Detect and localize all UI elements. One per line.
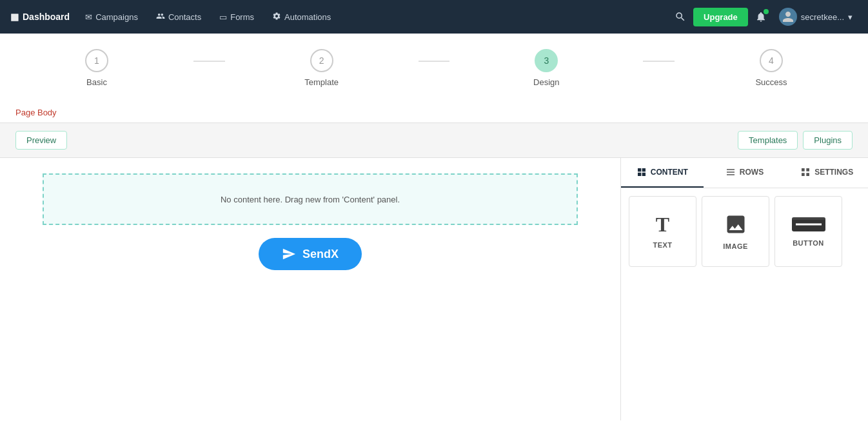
svg-rect-2 xyxy=(792,217,825,220)
step-2-label: Template xyxy=(304,77,339,87)
right-panel: CONTENT ROWS SETTINGS T TEXT xyxy=(620,158,868,420)
notifications-button[interactable] xyxy=(751,6,771,27)
stepper-line-3 xyxy=(643,61,675,62)
image-icon xyxy=(724,213,747,236)
page-body-label: Page Body xyxy=(0,97,868,122)
sendx-logo-area: SendX xyxy=(43,238,578,270)
stepper-line-2 xyxy=(419,61,450,62)
main-area: No content here. Drag new from 'Content'… xyxy=(0,158,868,420)
tab-content-label: CONTENT xyxy=(651,168,688,177)
avatar xyxy=(779,8,797,26)
content-card-button[interactable]: BUTTON xyxy=(774,196,842,267)
step-2-circle: 2 xyxy=(310,49,333,72)
user-chevron-icon: ▾ xyxy=(848,12,853,22)
tab-settings-label: SETTINGS xyxy=(814,168,853,177)
top-navigation: ▦ Dashboard ✉ Campaigns Contacts ▭ Forms… xyxy=(0,0,868,34)
step-2: 2 Template xyxy=(225,49,419,87)
contacts-icon xyxy=(156,12,165,23)
brand-icon: ▦ xyxy=(10,12,19,22)
stepper: 1 Basic 2 Template 3 Design 4 Success xyxy=(0,34,868,97)
nav-forms[interactable]: ▭ Forms xyxy=(212,8,262,26)
step-1-circle: 1 xyxy=(85,49,108,72)
step-4: 4 Success xyxy=(675,49,868,87)
nav-automations[interactable]: Automations xyxy=(264,8,339,26)
text-icon: T xyxy=(656,214,669,235)
step-3: 3 Design xyxy=(449,49,643,87)
search-button[interactable] xyxy=(670,6,691,27)
sendx-label: SendX xyxy=(302,248,339,261)
panel-tabs: CONTENT ROWS SETTINGS xyxy=(621,158,868,188)
campaigns-icon: ✉ xyxy=(85,12,92,22)
button-icon xyxy=(792,216,825,233)
automations-icon xyxy=(272,12,281,23)
tab-content[interactable]: CONTENT xyxy=(621,158,704,188)
brand-label: Dashboard xyxy=(23,12,70,22)
text-label: TEXT xyxy=(653,241,672,249)
step-4-circle: 4 xyxy=(760,49,783,72)
drop-zone[interactable]: No content here. Drag new from 'Content'… xyxy=(43,173,578,225)
drop-message: No content here. Drag new from 'Content'… xyxy=(221,195,400,204)
notification-badge xyxy=(764,9,769,14)
nav-campaigns[interactable]: ✉ Campaigns xyxy=(77,8,146,26)
canvas-area: No content here. Drag new from 'Content'… xyxy=(0,158,620,420)
tab-settings[interactable]: SETTINGS xyxy=(785,158,868,188)
step-3-label: Design xyxy=(533,77,559,87)
templates-button[interactable]: Templates xyxy=(738,131,798,150)
step-1: 1 Basic xyxy=(0,49,193,87)
step-3-circle: 3 xyxy=(535,49,558,72)
tab-rows-label: ROWS xyxy=(740,168,764,177)
plugins-button[interactable]: Plugins xyxy=(803,131,853,150)
panel-content-area: T TEXT IMAGE BUTTON xyxy=(621,188,868,275)
step-4-label: Success xyxy=(755,77,787,87)
content-card-image[interactable]: IMAGE xyxy=(702,196,769,267)
sendx-logo-button[interactable]: SendX xyxy=(259,238,362,270)
content-card-text[interactable]: T TEXT xyxy=(629,196,696,267)
stepper-line-1 xyxy=(193,61,225,62)
nav-contacts[interactable]: Contacts xyxy=(148,8,209,26)
step-1-label: Basic xyxy=(86,77,107,87)
preview-button[interactable]: Preview xyxy=(15,131,67,150)
user-menu[interactable]: secretkee... ▾ xyxy=(774,5,858,28)
upgrade-button[interactable]: Upgrade xyxy=(693,8,748,26)
brand-logo[interactable]: ▦ Dashboard xyxy=(10,12,70,22)
user-name: secretkee... xyxy=(801,12,844,22)
toolbar: Preview Templates Plugins xyxy=(0,122,868,158)
image-label: IMAGE xyxy=(723,242,748,250)
tab-rows[interactable]: ROWS xyxy=(704,158,786,188)
button-label: BUTTON xyxy=(793,239,824,247)
forms-icon: ▭ xyxy=(219,12,227,22)
